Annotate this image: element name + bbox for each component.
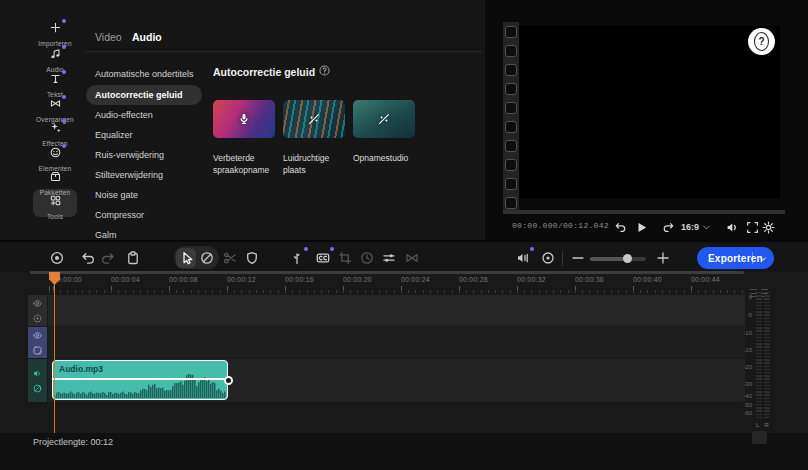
tab-video[interactable]: Video [95, 31, 122, 43]
content-title: Autocorrectie geluid [213, 66, 315, 78]
import-plus-icon [49, 21, 62, 34]
adjustments-icon[interactable] [381, 250, 397, 266]
marker-shield-icon[interactable] [244, 250, 260, 266]
sparkles-icon [49, 121, 62, 134]
filmstrip-frame [505, 64, 517, 76]
audio-mixer-icon[interactable] [515, 250, 531, 266]
chevron-down-icon[interactable] [759, 255, 767, 263]
menu-item-equalizer[interactable]: Equalizer [86, 125, 202, 145]
speaker-icon[interactable] [32, 368, 43, 379]
menu-item-ruis-verwijdering[interactable]: Ruis-verwijdering [86, 145, 202, 165]
badge-dot [62, 70, 66, 74]
fullscreen-icon[interactable] [745, 220, 760, 235]
play-button[interactable] [634, 220, 649, 235]
crop-icon[interactable] [337, 250, 353, 266]
video-track-lane [48, 295, 745, 326]
meter-button[interactable] [752, 431, 767, 444]
filmstrip [503, 22, 519, 212]
audio-enhance-icon[interactable] [289, 250, 305, 266]
eye-icon[interactable] [32, 330, 43, 341]
microphone-icon [237, 112, 251, 126]
badge-dot [304, 247, 308, 251]
unlink-icon[interactable] [32, 383, 43, 394]
audio-track-header [28, 359, 47, 402]
menu-item-stilteverwijdering[interactable]: Stilteverwijdering [86, 165, 202, 185]
help-icon[interactable] [318, 64, 331, 77]
timeline-ruler[interactable] [48, 272, 748, 294]
captions-icon[interactable] [315, 250, 331, 266]
select-tool-icon[interactable] [179, 250, 195, 266]
menu-item-compressor[interactable]: Compressor [86, 205, 202, 225]
menu-item-autocorrectie-geluid[interactable]: Autocorrectie geluid [86, 85, 202, 105]
card-opnamestudio[interactable] [353, 100, 415, 138]
unlink-tool-icon[interactable] [199, 250, 215, 266]
speed-clock-icon[interactable] [359, 250, 375, 266]
transitions-icon [49, 97, 62, 110]
audio-clip[interactable]: Audio.mp3 [52, 360, 228, 400]
toolbar-divider [562, 251, 563, 266]
sidebar-item-audio[interactable]: Audio [25, 46, 85, 73]
card-overlay [353, 100, 415, 138]
meter-channel-label: L [756, 422, 759, 428]
meter-label: 0 [728, 294, 752, 300]
level-meter-left [756, 292, 762, 420]
zoom-out-icon[interactable] [570, 250, 586, 266]
menu-item-galm[interactable]: Galm [86, 225, 202, 245]
aspect-ratio-selector[interactable]: 16:9 [681, 222, 699, 232]
tab-audio[interactable]: Audio [132, 31, 162, 43]
paste-icon[interactable] [125, 250, 141, 266]
card-label: Opnamestudio [353, 152, 419, 165]
meter-label: -15 [728, 347, 752, 353]
card-label: Verbeterde spraakopname [213, 152, 279, 177]
zoom-in-icon[interactable] [655, 250, 671, 266]
badge-dot [62, 95, 66, 99]
split-scissors-icon[interactable] [222, 250, 238, 266]
card-overlay [213, 100, 275, 138]
sidebar-item-overgangen[interactable]: Overgangen [25, 96, 85, 123]
preview-help-button[interactable]: ? [748, 28, 775, 55]
sidebar-item-tekst[interactable]: Tekst [25, 71, 85, 98]
card-label: Luidruchtige plaats [283, 152, 349, 177]
filmstrip-frame [505, 140, 517, 152]
sidebar-item-tools[interactable]: Tools [25, 193, 85, 220]
card-verbeterde-spraakopname[interactable] [213, 100, 275, 138]
eye-icon[interactable] [32, 298, 43, 309]
menu-item-noise-gate[interactable]: Noise gate [86, 185, 202, 205]
card-luidruchtige-plaats[interactable] [283, 100, 345, 138]
sticker-icon[interactable] [32, 345, 43, 356]
question-mark-icon: ? [754, 32, 769, 51]
badge-dot [62, 144, 66, 148]
zoom-slider-handle[interactable] [623, 254, 632, 263]
menu-item-audio-effecten[interactable]: Audio-effecten [86, 105, 202, 125]
sidebar-item-elementen[interactable]: Elementen [25, 145, 85, 172]
menu-item-automatische-ondertitels[interactable]: Automatische ondertitels [86, 64, 202, 84]
clip-trim-handle[interactable] [224, 376, 233, 385]
volume-icon[interactable] [725, 220, 740, 235]
badge-dot [530, 247, 534, 251]
preview-seekbar[interactable] [503, 210, 785, 214]
sidebar-item-pakketten[interactable]: Pakketten [25, 169, 85, 196]
jump-forward-icon[interactable] [661, 220, 676, 235]
badge-dot [62, 19, 66, 23]
chevron-down-icon[interactable] [702, 223, 711, 232]
crossfade-icon[interactable] [404, 250, 420, 266]
filmstrip-frame [505, 26, 517, 38]
overlay-track-header [28, 327, 47, 358]
undo-icon[interactable] [80, 250, 96, 266]
jump-back-icon[interactable] [613, 220, 628, 235]
app-window: Importeren Audio Tekst Overgangen Effect… [0, 0, 808, 470]
redo-icon[interactable] [100, 250, 116, 266]
settings-gear-icon[interactable] [761, 220, 776, 235]
sidebar-item-effecten[interactable]: Effecten [25, 120, 85, 147]
track-lock-icon[interactable] [32, 313, 43, 324]
sidebar-item-importeren[interactable]: Importeren [25, 20, 85, 47]
meter-label: -40 [728, 393, 752, 399]
badge-dot [62, 45, 66, 49]
filmstrip-frame [505, 45, 517, 57]
filmstrip-frame [505, 121, 517, 133]
sidebar-item-label: Tools [25, 213, 85, 220]
snap-icon[interactable] [540, 250, 556, 266]
export-button[interactable]: Exporteren [697, 247, 774, 269]
record-icon[interactable] [49, 250, 65, 266]
export-label: Exporteren [708, 253, 763, 264]
